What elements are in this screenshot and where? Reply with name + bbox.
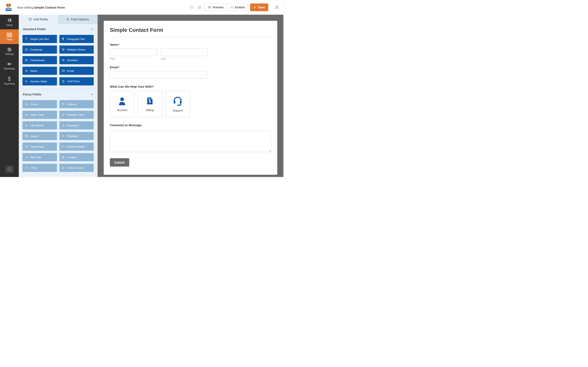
- svg-point-16: [200, 7, 201, 8]
- field-section-divider[interactable]: Section Divider: [60, 142, 94, 151]
- field-icon: [62, 80, 65, 83]
- svg-point-14: [198, 7, 199, 8]
- field-website-url[interactable]: Website / URL: [60, 111, 94, 119]
- field-html[interactable]: HTML: [22, 164, 57, 172]
- support-icon: [173, 96, 183, 106]
- sliders-icon: [7, 48, 12, 52]
- svg-rect-23: [8, 35, 11, 35]
- svg-point-41: [26, 70, 27, 71]
- help-option-label: Support: [173, 109, 182, 112]
- svg-point-1: [6, 4, 8, 5]
- svg-point-39: [63, 49, 64, 50]
- field-paragraph-text[interactable]: Paragraph Text: [60, 35, 94, 43]
- nav-settings[interactable]: Settings: [0, 44, 19, 59]
- help-option-account[interactable]: Account: [110, 91, 134, 117]
- field-phone[interactable]: Phone: [22, 100, 57, 108]
- tab-add-fields[interactable]: Add Fields: [19, 15, 58, 24]
- field-label: Content: [67, 156, 77, 159]
- close-icon[interactable]: ✕: [274, 4, 279, 11]
- field-file-upload[interactable]: File Upload: [22, 121, 57, 129]
- field-number-slider[interactable]: Number Slider: [22, 77, 57, 85]
- email-field-label: Email*: [110, 66, 271, 69]
- svg-point-34: [67, 18, 68, 19]
- field-label: Checkboxes: [30, 59, 45, 62]
- preview-button[interactable]: Preview: [204, 3, 227, 11]
- field-content[interactable]: Content: [60, 153, 94, 161]
- svg-rect-75: [180, 101, 182, 104]
- svg-point-18: [199, 8, 200, 8]
- field-rich-text[interactable]: Rich Text: [22, 153, 57, 161]
- first-name-input[interactable]: [110, 48, 157, 56]
- svg-rect-22: [8, 34, 11, 34]
- bullhorn-icon: [7, 62, 12, 66]
- field-name[interactable]: Name: [22, 67, 57, 75]
- svg-rect-55: [25, 135, 26, 137]
- field-icon: [25, 69, 28, 72]
- field-icon: [62, 103, 65, 106]
- svg-point-20: [209, 7, 210, 8]
- field-password[interactable]: Password: [60, 121, 94, 129]
- field-date-time[interactable]: Date / Time: [22, 111, 57, 119]
- apps-grid-icon[interactable]: [197, 4, 202, 10]
- svg-rect-37: [25, 49, 27, 50]
- field-label: Multiple Choice: [67, 48, 85, 51]
- field-icon: [25, 134, 28, 137]
- field-icon: [62, 134, 65, 137]
- help-field-label: What Can We Help Your With?: [110, 85, 271, 88]
- help-icon[interactable]: [189, 4, 195, 10]
- field-label: Entry Preview: [67, 166, 84, 169]
- app-logo: [4, 3, 13, 12]
- svg-point-15: [199, 7, 200, 8]
- tab-field-options[interactable]: Field Options: [58, 15, 98, 24]
- field-captcha[interactable]: CAPTCHA: [60, 77, 94, 85]
- nav-marketing[interactable]: Marketing: [0, 59, 19, 73]
- field-label: Repeater: [67, 134, 78, 138]
- email-input[interactable]: [110, 71, 207, 79]
- svg-rect-42: [62, 70, 65, 72]
- field-label: Website / URL: [67, 113, 84, 117]
- dollar-icon: [8, 76, 11, 81]
- field-dropdown[interactable]: Dropdown: [22, 45, 57, 54]
- field-icon: [62, 59, 65, 62]
- nav-payments[interactable]: Payments: [0, 73, 19, 88]
- gear-icon: [7, 18, 12, 23]
- window-icon: [29, 18, 32, 21]
- field-label: Section Divider: [67, 145, 85, 148]
- field-icon: [25, 48, 28, 51]
- field-single-line-text[interactable]: Single Line Text: [22, 35, 57, 43]
- embed-button[interactable]: Embed: [227, 3, 248, 11]
- submit-button[interactable]: Submit: [110, 158, 129, 167]
- field-multiple-choice[interactable]: Multiple Choice: [60, 45, 94, 54]
- field-numbers[interactable]: Numbers: [60, 56, 94, 64]
- help-option-support[interactable]: Support: [165, 91, 190, 117]
- nav-setup[interactable]: Setup: [0, 15, 19, 29]
- save-button[interactable]: Save: [250, 3, 268, 11]
- collapse-sidebar-handle[interactable]: [97, 99, 98, 106]
- field-icon: [62, 145, 65, 148]
- last-name-input[interactable]: [161, 48, 208, 56]
- field-email[interactable]: Email: [60, 67, 94, 75]
- field-entry-preview[interactable]: Entry Preview: [60, 164, 94, 172]
- first-sublabel: First: [110, 57, 157, 60]
- help-option-billing[interactable]: $Billing: [138, 91, 162, 117]
- field-page-break[interactable]: Page Break: [22, 142, 57, 151]
- field-layout[interactable]: Layout: [22, 132, 57, 140]
- comment-field-label: Comment or Message: [110, 123, 271, 127]
- standard-fields-header[interactable]: Standard Fields: [19, 24, 97, 33]
- history-button[interactable]: [5, 166, 13, 173]
- comment-textarea[interactable]: [110, 131, 271, 152]
- svg-rect-67: [62, 167, 64, 169]
- field-label: HTML: [30, 166, 37, 169]
- eye-icon: [208, 6, 211, 8]
- now-editing-text: Now editing Simple Contact Form: [17, 6, 65, 9]
- chevron-down-icon: [91, 94, 93, 95]
- field-address[interactable]: Address: [60, 100, 94, 108]
- field-checkboxes[interactable]: Checkboxes: [22, 56, 57, 64]
- fancy-fields-header[interactable]: Fancy Fields: [19, 89, 97, 98]
- form-preview: Simple Contact Form Name* First Last Ema…: [104, 21, 277, 175]
- svg-text:$: $: [149, 100, 151, 104]
- svg-point-3: [7, 5, 8, 6]
- nav-fields[interactable]: Fields: [0, 29, 19, 44]
- field-icon: [62, 156, 65, 159]
- field-repeater[interactable]: Repeater: [60, 132, 94, 140]
